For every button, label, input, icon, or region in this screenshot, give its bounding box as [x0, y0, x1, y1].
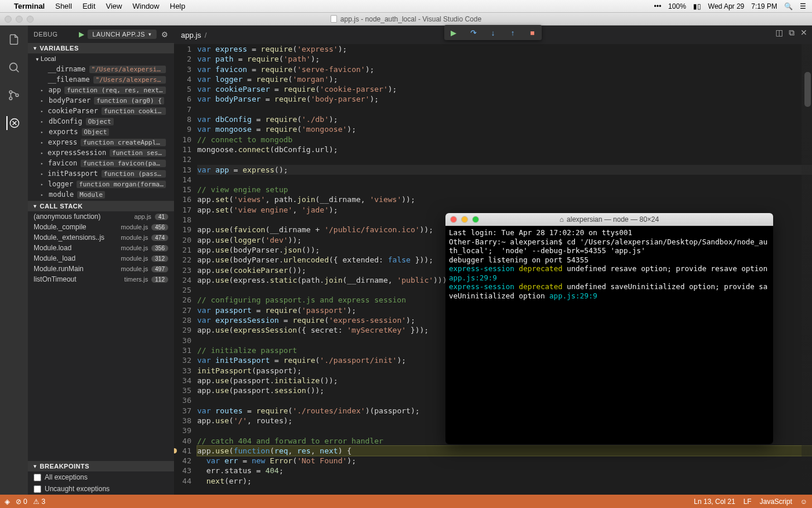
debug-icon[interactable]: [6, 116, 20, 130]
close-editor-icon[interactable]: ✕: [800, 28, 807, 38]
minimap[interactable]: [802, 44, 812, 495]
more-icon[interactable]: ⧉: [789, 28, 795, 38]
variable-row[interactable]: ▸loggerfunction morgan(format, o…: [28, 179, 174, 189]
warnings-badge[interactable]: ⚠ 3: [33, 498, 45, 506]
menu-app[interactable]: Terminal: [14, 2, 45, 10]
launch-config-select[interactable]: Launch app.js ▾: [88, 30, 156, 39]
traffic-lights: [5, 16, 34, 23]
activity-bar: [0, 26, 28, 495]
window-title: app.js - node_auth_local - Visual Studio…: [340, 15, 481, 23]
split-editor-icon[interactable]: ◫: [775, 28, 783, 38]
menu-help[interactable]: Help: [170, 2, 186, 10]
callstack-row[interactable]: Module._compilemodule.js456: [28, 222, 174, 232]
term-zoom-icon[interactable]: [472, 216, 479, 223]
status-bar: ◈ ⊘ 0 ⚠ 3 Ln 13, Col 21 LF JavaScript ☺: [0, 495, 812, 508]
terminal-titlebar: ⌂ alexpersian — node — 80×24: [445, 213, 773, 226]
terminal-body[interactable]: Last login: Tue Apr 28 17:02:20 on ttys0…: [445, 226, 773, 302]
terminal-title: alexpersian — node — 80×24: [567, 215, 659, 224]
cursor-position[interactable]: Ln 13, Col 21: [694, 498, 735, 506]
callstack-row[interactable]: Module._extensions..jsmodule.js474: [28, 232, 174, 243]
battery-pct: 100%: [668, 2, 686, 10]
menu-list-icon[interactable]: ☰: [800, 2, 806, 10]
explorer-icon[interactable]: [7, 33, 21, 46]
zoom-icon[interactable]: [27, 16, 34, 23]
step-over-button[interactable]: ↷: [467, 27, 479, 38]
search-icon[interactable]: [7, 60, 21, 74]
variable-row[interactable]: __dirname"/Users/alexpersian/De…: [28, 64, 174, 74]
callstack-row[interactable]: Module._loadmodule.js312: [28, 253, 174, 264]
debug-status-icon[interactable]: ◈: [5, 498, 10, 506]
callstack-row[interactable]: listOnTimeouttimers.js112: [28, 274, 174, 284]
eol[interactable]: LF: [744, 498, 752, 506]
bp-all-checkbox[interactable]: [34, 474, 41, 481]
svg-point-0: [10, 63, 17, 71]
term-minimize-icon[interactable]: [461, 216, 468, 223]
callstack-row[interactable]: Module.loadmodule.js356: [28, 243, 174, 253]
gear-icon[interactable]: ⚙: [161, 30, 169, 39]
variable-row[interactable]: ▸cookieParserfunction cookiePars…: [28, 106, 174, 116]
variable-row[interactable]: __filename"/Users/alexpersian/D…: [28, 74, 174, 85]
debug-sidebar: DEBUG ▶ Launch app.js ▾ ⚙ ▾VARIABLES ▾ L…: [28, 26, 174, 495]
language-mode[interactable]: JavaScript: [760, 498, 792, 506]
svg-point-1: [9, 91, 12, 93]
menu-window[interactable]: Window: [133, 2, 160, 10]
variable-row[interactable]: ▸expressSessionfunction session(…: [28, 147, 174, 158]
window-titlebar: app.js - node_auth_local - Visual Studio…: [0, 13, 812, 26]
battery-icon: ▮▯: [693, 2, 701, 10]
start-debug-button[interactable]: ▶: [79, 30, 85, 38]
continue-button[interactable]: ▶: [448, 27, 459, 38]
doc-icon: [331, 15, 337, 23]
errors-badge[interactable]: ⊘ 0: [16, 498, 27, 506]
home-icon: ⌂: [560, 215, 564, 224]
bp-uncaught-checkbox[interactable]: [34, 485, 41, 493]
debug-label: DEBUG: [34, 31, 58, 38]
debug-header: DEBUG ▶ Launch app.js ▾ ⚙: [28, 26, 174, 43]
menubar-date: Wed Apr 29: [708, 2, 744, 10]
bp-uncaught-exceptions[interactable]: Uncaught exceptions: [28, 483, 174, 495]
variable-row[interactable]: ▸faviconfunction favicon(path, o…: [28, 158, 174, 168]
callstack-section[interactable]: ▾CALL STACK: [28, 201, 174, 211]
debug-toolbar: ▶ ↷ ↓ ↑ ■: [444, 25, 542, 40]
menu-view[interactable]: View: [106, 2, 122, 10]
variable-row[interactable]: ▸expressfunction createApplicati…: [28, 137, 174, 147]
step-out-button[interactable]: ↑: [507, 27, 519, 38]
tab-app-js[interactable]: app.js/: [174, 26, 213, 44]
git-icon[interactable]: [7, 88, 21, 102]
feedback-icon[interactable]: ☺: [800, 498, 807, 506]
macos-menubar: Terminal Shell Edit View Window Help •••…: [0, 0, 812, 13]
spotlight-icon[interactable]: 🔍: [784, 2, 793, 10]
stop-button[interactable]: ■: [527, 27, 538, 38]
term-close-icon[interactable]: [450, 216, 457, 223]
bp-all-exceptions[interactable]: All exceptions: [28, 471, 174, 483]
tray-dots-icon[interactable]: •••: [654, 2, 662, 10]
variable-row[interactable]: ▸dbConfigObject: [28, 116, 174, 127]
callstack-row[interactable]: (anonymous function)app.js41: [28, 211, 174, 222]
minimize-icon[interactable]: [16, 16, 23, 23]
svg-point-2: [9, 97, 12, 100]
scrollbar[interactable]: [804, 72, 811, 107]
terminal-window: ⌂ alexpersian — node — 80×24 Last login:…: [445, 213, 773, 444]
variable-row[interactable]: ▸appfunction (req, res, next) {: [28, 85, 174, 95]
variable-row[interactable]: ▸bodyParserfunction (arg0) {: [28, 95, 174, 106]
callstack-row[interactable]: Module.runMainmodule.js497: [28, 264, 174, 274]
svg-point-3: [16, 94, 19, 97]
variable-row[interactable]: ▸moduleModule: [28, 189, 174, 200]
step-into-button[interactable]: ↓: [487, 27, 499, 38]
menu-edit[interactable]: Edit: [82, 2, 95, 10]
menu-shell[interactable]: Shell: [55, 2, 72, 10]
menubar-time: 7:19 PM: [751, 2, 777, 10]
breakpoints-section[interactable]: ▾BREAKPOINTS: [28, 461, 174, 471]
close-icon[interactable]: [5, 16, 12, 23]
scope-local[interactable]: ▾ Local: [28, 53, 174, 64]
variables-section[interactable]: ▾VARIABLES: [28, 43, 174, 53]
variable-row[interactable]: ▸exportsObject: [28, 127, 174, 137]
variable-row[interactable]: ▸initPassportfunction (passport) {: [28, 168, 174, 179]
